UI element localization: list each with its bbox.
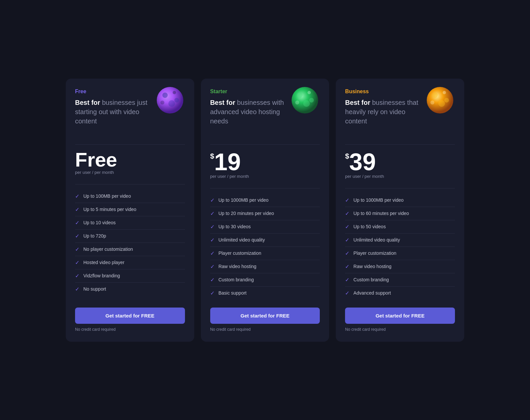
- no-credit-text: No credit card required: [210, 327, 320, 332]
- feature-item: ✓ Hosted video player: [75, 256, 185, 269]
- feature-text: Up to 10 videos: [83, 220, 116, 225]
- feature-text: Up to 5 minutes per video: [83, 207, 136, 212]
- check-icon: ✓: [75, 220, 79, 226]
- divider-1: [75, 144, 185, 145]
- feature-item: ✓ Up to 20 minutes per video: [210, 207, 320, 220]
- check-icon: ✓: [210, 197, 215, 203]
- divider-1: [345, 144, 455, 145]
- svg-point-16: [432, 93, 438, 98]
- check-icon: ✓: [345, 290, 349, 296]
- feature-item: ✓ Up to 1000MB per video: [210, 194, 320, 207]
- feature-item: ✓ Up to 1000MB per video: [345, 194, 455, 207]
- feature-item: ✓ No player customization: [75, 243, 185, 256]
- svg-point-8: [292, 87, 318, 113]
- price-period: per user / per month: [345, 174, 455, 179]
- feature-text: No support: [83, 286, 106, 292]
- check-icon: ✓: [210, 263, 215, 270]
- check-icon: ✓: [345, 210, 349, 217]
- check-icon: ✓: [75, 246, 79, 252]
- check-icon: ✓: [345, 237, 349, 243]
- feature-text: No player customization: [83, 246, 133, 252]
- check-icon: ✓: [345, 224, 349, 230]
- feature-item: ✓ Up to 60 minutes per video: [345, 207, 455, 220]
- check-icon: ✓: [75, 206, 79, 213]
- svg-point-15: [427, 87, 453, 113]
- card-top: Business Best for businesses that heavil…: [345, 89, 455, 134]
- svg-point-12: [295, 101, 299, 105]
- feature-text: Hosted video player: [83, 260, 125, 265]
- features-list: ✓ Up to 100MB per video ✓ Up to 5 minute…: [75, 190, 185, 300]
- check-icon: ✓: [210, 290, 215, 296]
- check-icon: ✓: [210, 224, 215, 230]
- pricing-container: Free Best for businesses just starting o…: [66, 79, 464, 342]
- description-bold: Best for: [75, 99, 102, 106]
- check-icon: ✓: [345, 263, 349, 270]
- svg-point-2: [162, 93, 168, 98]
- divider-2: [210, 188, 320, 188]
- cta-button-free[interactable]: Get started for FREE: [75, 308, 185, 324]
- feature-text: Raw video hosting: [219, 264, 256, 269]
- svg-point-11: [303, 100, 310, 107]
- plan-card-starter: Starter Best for businesses with advance…: [201, 79, 329, 342]
- check-icon: ✓: [75, 193, 79, 199]
- features-list: ✓ Up to 1000MB per video ✓ Up to 60 minu…: [345, 194, 455, 300]
- feature-text: Advanced support: [353, 290, 391, 296]
- feature-text: Up to 1000MB per video: [219, 197, 269, 203]
- feature-item: ✓ Custom branding: [210, 273, 320, 287]
- feature-item: ✓ Unlimited video quality: [345, 234, 455, 247]
- no-credit-text: No credit card required: [345, 327, 455, 332]
- feature-item: ✓ Up to 100MB per video: [75, 190, 185, 203]
- feature-text: Basic support: [219, 290, 247, 296]
- price-section: $19 per user / per month: [210, 150, 320, 180]
- feature-item: ✓ Player customization: [345, 247, 455, 260]
- price-period: per user / per month: [210, 174, 320, 179]
- check-icon: ✓: [75, 286, 79, 292]
- feature-text: Up to 20 minutes per video: [219, 211, 274, 216]
- price-section: $39 per user / per month: [345, 150, 455, 180]
- feature-text: Vidzflow branding: [83, 273, 120, 278]
- svg-point-13: [309, 98, 314, 103]
- card-top: Starter Best for businesses with advance…: [210, 89, 320, 134]
- card-top: Free Best for businesses just starting o…: [75, 89, 185, 134]
- svg-point-9: [297, 93, 303, 98]
- features-list: ✓ Up to 1000MB per video ✓ Up to 20 minu…: [210, 194, 320, 300]
- price-currency: $: [210, 153, 214, 160]
- plan-icon-free: [155, 85, 185, 115]
- feature-item: ✓ Raw video hosting: [345, 260, 455, 273]
- feature-item: ✓ Player customization: [210, 247, 320, 260]
- svg-point-3: [173, 91, 176, 94]
- plan-card-business: Business Best for businesses that heavil…: [336, 79, 464, 342]
- price-amount: 19: [214, 150, 241, 174]
- feature-item: ✓ No support: [75, 283, 185, 296]
- feature-text: Up to 100MB per video: [83, 193, 131, 199]
- svg-point-18: [438, 100, 445, 107]
- feature-text: Raw video hosting: [353, 264, 391, 269]
- feature-text: Custom branding: [219, 277, 254, 282]
- price-amount: 39: [349, 150, 376, 174]
- svg-point-4: [168, 100, 175, 107]
- no-credit-text: No credit card required: [75, 327, 185, 332]
- svg-point-1: [157, 87, 183, 113]
- feature-item: ✓ Up to 30 videos: [210, 220, 320, 234]
- check-icon: ✓: [345, 277, 349, 283]
- feature-text: Custom branding: [353, 277, 389, 282]
- svg-point-6: [174, 98, 179, 103]
- feature-item: ✓ Up to 50 videos: [345, 220, 455, 234]
- feature-item: ✓ Custom branding: [345, 273, 455, 287]
- check-icon: ✓: [210, 210, 215, 217]
- divider-1: [210, 144, 320, 145]
- feature-item: ✓ Unlimited video quality: [210, 234, 320, 247]
- plan-card-free: Free Best for businesses just starting o…: [66, 79, 194, 342]
- feature-item: ✓ Up to 720p: [75, 230, 185, 243]
- check-icon: ✓: [345, 197, 349, 203]
- svg-point-20: [444, 98, 449, 103]
- feature-text: Unlimited video quality: [219, 237, 265, 243]
- cta-button-starter[interactable]: Get started for FREE: [210, 308, 320, 324]
- description-bold: Best for: [345, 99, 372, 106]
- check-icon: ✓: [210, 277, 215, 283]
- cta-button-business[interactable]: Get started for FREE: [345, 308, 455, 324]
- feature-text: Up to 1000MB per video: [353, 197, 403, 203]
- check-icon: ✓: [75, 233, 79, 239]
- feature-text: Unlimited video quality: [353, 237, 400, 243]
- price-section: Free per user / per month: [75, 150, 185, 176]
